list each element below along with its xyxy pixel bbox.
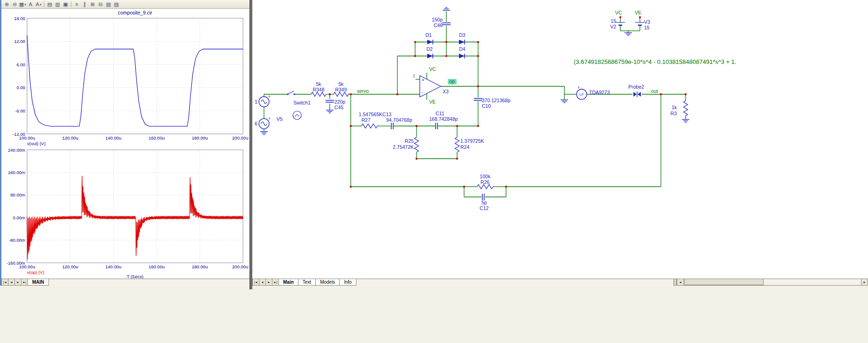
tab-plot-main[interactable]: MAIN [28,279,49,286]
battery[interactable] [635,22,645,25]
schematic-label[interactable]: 5k [316,81,321,87]
tab-main[interactable]: Main [278,279,299,286]
align-left-icon[interactable]: ≡ [73,0,81,8]
prev-page-button[interactable]: ◄ [8,279,15,286]
schematic-label[interactable]: C46 [434,22,443,28]
waveform-plot-area[interactable]: 100.00u120.00u140.00u160.00u180.00u200.0… [1,9,250,279]
schematic-label[interactable]: op [449,78,455,84]
capacitor[interactable] [436,123,437,129]
schematic-label[interactable]: 2.75472K [393,144,414,150]
schematic-label[interactable]: 6 [255,121,257,126]
schematic-label[interactable]: R27 [361,117,370,123]
schematic-label[interactable]: VE [635,10,641,15]
tab-info[interactable]: Info [339,279,356,286]
ground-symbol[interactable] [443,7,450,10]
schematic-label[interactable]: C12 [479,205,488,211]
ground-symbol[interactable] [561,100,568,103]
tile-plots-icon[interactable]: ▣ [62,0,69,8]
text-format-dropdown-icon[interactable]: ▾ [40,3,42,6]
opamp[interactable]: +- [420,76,441,97]
tab-text[interactable]: Text [298,279,316,286]
capacitor[interactable] [391,123,393,129]
diode[interactable] [427,54,433,58]
schematic-label[interactable]: Switch1 [293,100,311,105]
text-format-icon[interactable]: A▾ [35,0,42,8]
zoom-out-icon[interactable]: ⊖ [11,0,19,8]
schematic-label[interactable]: V2 [610,24,616,29]
cross-view-icon[interactable]: ▨ [112,0,120,8]
schematic-label[interactable]: servo [357,88,369,94]
schematic-label[interactable]: 1.379725K [460,138,484,144]
resistor[interactable] [415,137,419,152]
next-page-button[interactable]: ► [265,279,272,286]
schematic-label[interactable]: (3.67491825686759e-10*s^4 - 0.1038158480… [574,58,736,65]
schematic-label[interactable]: C11 [436,111,444,116]
schematic-label[interactable]: R348 [312,87,324,92]
schematic-label[interactable]: 370.121368p [482,98,510,103]
schematic-label[interactable]: 1.547565KC13 [359,112,391,117]
sine-source[interactable] [259,119,269,129]
schematic-label[interactable]: VE [429,99,436,105]
resistor[interactable] [684,101,688,116]
tab-models[interactable]: Models [315,279,340,286]
ground-symbol[interactable] [682,119,689,122]
schematic-label[interactable]: C10 [482,103,491,109]
schematic-label[interactable]: out [651,88,658,94]
schematic-label[interactable]: I [413,73,415,79]
schematic-label[interactable]: 15 [644,25,650,30]
diode[interactable] [459,54,465,58]
copy-page-icon[interactable]: ▤ [46,0,54,8]
last-page-button[interactable]: ►| [21,279,28,286]
diode[interactable] [459,40,465,44]
text-icon[interactable]: A [27,0,35,8]
select-mode-dropdown-icon[interactable]: ▾ [24,3,26,6]
select-mode-icon[interactable]: ▦▾ [19,0,27,8]
schematic-label[interactable]: 1k [672,105,677,110]
schematic-label[interactable]: R349 [335,87,347,92]
last-page-button[interactable]: ►| [272,279,279,286]
schematic-label[interactable]: 1 [255,99,257,105]
schematic-canvas[interactable]: LF+-+++150pC46D1D3D2D4VCVEX3op370.121368… [252,0,868,279]
add-grid-icon[interactable]: ⊞ [89,0,97,8]
schematic-label[interactable]: D2 [426,46,433,52]
schematic-label[interactable]: VC [429,66,436,72]
schematic-label[interactable]: X3 [443,89,449,94]
schematic-label[interactable]: D4 [459,46,465,52]
scroll-left-button[interactable]: ◄ [677,279,684,286]
schematic-label[interactable]: 100k [480,174,491,179]
scrollbar-thumb[interactable] [684,279,764,285]
resistor[interactable] [333,92,348,97]
schematic-label[interactable]: V3 [644,19,650,25]
schematic-label[interactable]: 15 [611,18,616,24]
schematic-label[interactable]: 220p [334,99,346,105]
schematic-label[interactable]: R25 [405,138,414,144]
capacitor[interactable] [326,100,334,102]
schematic-label[interactable]: C45 [334,105,343,110]
laplace-source[interactable]: LF [576,89,587,99]
capacitor[interactable] [482,194,484,200]
schematic-label[interactable]: R3 [671,111,677,116]
battery[interactable] [616,22,625,25]
first-page-button[interactable]: |◄ [1,279,8,286]
schematic-label[interactable]: 94.704768p [386,117,412,123]
schematic-label[interactable]: D1 [425,32,432,38]
first-page-button[interactable]: |◄ [252,279,259,286]
diode[interactable] [427,40,433,44]
sine-source[interactable] [259,97,269,107]
zoom-in-icon[interactable]: ⊕ [3,0,11,8]
schematic-label[interactable]: 5k [338,81,344,87]
remove-grid-icon[interactable]: ⊟ [97,0,104,8]
schematic-label[interactable]: TDA9273 [589,90,610,95]
ground-symbol[interactable] [326,110,333,113]
prev-page-button[interactable]: ◄ [259,279,266,286]
scroll-right-button[interactable]: ► [861,279,868,286]
schematic-label[interactable]: 168.742848p [429,116,458,122]
schematic-label[interactable]: 5p [481,200,487,205]
schematic-label[interactable]: D3 [459,32,465,38]
ground-symbol[interactable] [260,132,268,134]
capacitor[interactable] [474,98,482,100]
scrollbar-track[interactable] [684,279,861,286]
schematic-label[interactable]: R24 [460,144,469,150]
schematic-label[interactable]: R26 [480,179,489,185]
schematic-label[interactable]: 150p [432,17,443,22]
